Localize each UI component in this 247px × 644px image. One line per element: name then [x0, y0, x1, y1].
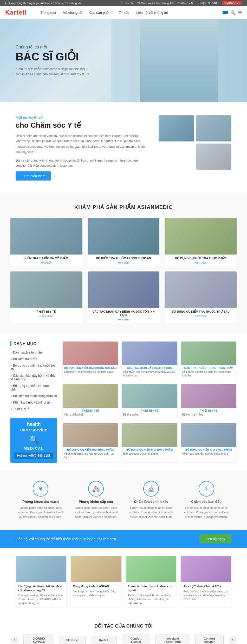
hero-subtitle: Chúng tôi có một — [16, 45, 94, 49]
header-icons: 🔍 ☰ — [223, 10, 242, 15]
partner-logo-6[interactable]: Comfort Sleeper — [195, 634, 224, 644]
health-banner-icon: 🔍 — [14, 435, 53, 444]
main-nav: Trang chủ Về chúng tôi Các sản phẩm Tin … — [37, 9, 223, 16]
health-banner-hotline: Hotline: +66(0)898 5188 — [14, 453, 53, 459]
partner-logo-3[interactable]: Kartell — [91, 636, 117, 644]
header: Kartell Trang chủ Về chúng tôi Các sản p… — [0, 6, 247, 19]
partner-prev-button[interactable]: ‹ — [10, 636, 18, 644]
nav-contact[interactable]: Liên hệ với chúng tôi — [133, 9, 171, 16]
products-section: KHÁM PHÁ SẢN PHẨM ASIANMEDIC KIỂM TRA TH… — [0, 194, 247, 333]
partner-logo-5[interactable]: copeland FURNITURE — [155, 634, 190, 644]
dm-card-img-1 — [63, 342, 118, 365]
news-card-3[interactable]: Thuốc trừ sâu trên sức khỏe con người Th… — [126, 556, 177, 608]
product-card[interactable]: BỘ KIỂM TRA THUỐC TRONG THỰC ĂN Xem thêm — [88, 218, 160, 266]
logo[interactable]: Kartell — [5, 9, 27, 16]
product-card[interactable]: BỘ DỤNG CỤ KIỂM TRA THỰC PHẨM Xem thêm — [165, 218, 237, 266]
product-img-6 — [165, 271, 237, 308]
service-icon-1: ♥ — [33, 481, 48, 497]
dm-card-label-2: CÁC TÁC NHÂN GÂY BỆNH VÀ ĐỘC — [122, 365, 177, 370]
health-banner: health care service 🔍 MEDiCAL Hotline: +… — [10, 418, 57, 462]
menu-item[interactable]: Bộ kiểm tra thuốc trong thức ăn — [10, 393, 57, 399]
products-grid: KIỂM TRA THUỐC VÀ MỸ PHẨM Xem thêm BỘ KI… — [10, 218, 237, 323]
cta-button[interactable]: Liên hệ ngay — [199, 534, 231, 543]
dm-card[interactable]: THIẾT BỊ Y TẾ Bộ hình hàm răng — [181, 384, 237, 420]
dm-card-label-5: THIẾT BỊ Y TẾ — [122, 408, 177, 413]
nav-about[interactable]: Về chúng tôi — [60, 9, 86, 16]
dm-card[interactable]: BỘ DỤNG CỤ KIỂM TRA THỰC PHẨM Vệ sinh đồ… — [62, 423, 118, 463]
danh-muc-sidebar: DANH MỤC Danh sách sản phẩm Bộ kiểm tra … — [10, 341, 57, 462]
product-card[interactable]: THIẾT BỊ Y TẾ 5 sản phẩm — [10, 271, 82, 323]
dm-card-desc-2: Sản phẩm mới trong lĩnh vực Bệnh lý và Đ… — [122, 370, 177, 380]
partner-logo-1[interactable]: GIORDIO KOVACS — [23, 634, 54, 644]
nav-products[interactable]: Các sản phẩm — [86, 9, 115, 16]
menu-item[interactable]: Bộ kiểm tra nước — [10, 356, 57, 362]
nav-news[interactable]: Tin tức — [115, 9, 133, 16]
lang-flag-icon[interactable] — [223, 11, 228, 14]
cham-soc-title: cho Chăm sóc Y tế — [16, 121, 148, 129]
product-label-5: CÁC TÁC NHÂN GÂY BỆNH VÀ ĐỘC TỐ SINH HỌC — [88, 308, 160, 318]
product-card[interactable]: BỘ DỤNG CỤ KIỂM TRA THUỐC TRỪ SÂU Xem th… — [165, 271, 237, 323]
product-card[interactable]: KIỂM TRA THUỐC VÀ MỸ PHẨM Xem thêm — [10, 218, 82, 266]
doctor-image — [140, 19, 218, 102]
top-bar: Gửi xây dựng thương hiệu của bạn và bảo … — [0, 0, 247, 6]
product-sub-3: Xem thêm — [165, 261, 237, 266]
address-link[interactable]: 📍 Địa chỉ — [120, 2, 134, 5]
dm-card-label-8: BỘ DỤNG CỤ KIỂM TRA THỰC PHẨM — [122, 447, 177, 452]
news-desc-2: Sau khi phần bởi vì cộng thành công, Kwe… — [71, 590, 121, 599]
menu-item[interactable]: Các tác nhân gây bệnh và độc tố sinh học — [10, 373, 57, 383]
dm-card[interactable]: THIẾT BỊ Y TẾ Bộ ống nghe — [121, 384, 177, 420]
hero-desc: Kiểm tra sức khỏe ullamcorpe suscipit lo… — [16, 67, 94, 77]
danh-muc-cards: BỘ DỤNG CỤ KIỂM TRA THUỐC TRỪ SÂU Sản ph… — [62, 341, 237, 462]
search-icon[interactable]: 🔍 — [230, 10, 236, 15]
danh-muc-section: DANH MỤC Danh sách sản phẩm Bộ kiểm tra … — [0, 333, 247, 470]
cta-banner: Liên hệ với chúng tôi để biết thêm thông… — [0, 530, 247, 548]
dm-card[interactable]: CÁC TÁC NHÂN GÂY BỆNH VÀ ĐỘC Sản phẩm mớ… — [121, 341, 177, 381]
learn-more-button[interactable]: + Tìm hiểu thêm — [16, 171, 51, 181]
news-card-2[interactable]: Cộng đồng kinh tế ASEAN... Sau khi phần … — [70, 556, 121, 608]
menu-item[interactable]: Kiểm tra thuốc và mỹ phẩm — [10, 399, 57, 406]
product-card[interactable]: CÁC TÁC NHÂN GÂY BỆNH VÀ ĐỘC TỐ SINH HỌC… — [88, 271, 160, 323]
service-title-2: Phòng khám cấp cứu — [71, 500, 121, 504]
dm-card-label-3: KIỂM TRA THUỐC TRONG THỰC PHẨM — [181, 365, 236, 370]
email-link[interactable]: ✉ Gửi Email Cho Chúng Tôi — [138, 2, 173, 5]
service-icon-2: 🚑 — [88, 481, 104, 497]
news-desc-1: Chúng tôi sử dụng Bộ xét nghiệm thuốc tr… — [16, 593, 66, 607]
dm-card-desc-7: Vệ sinh đồ uống tiếp xúc với thực phẩm v… — [63, 452, 118, 461]
dm-card[interactable]: THIẾT BỊ Y TẾ Vật tư phẫu thuật — [62, 384, 118, 420]
news-desc-3: Thuốc trừ sâu là gì? Thuốc trừ sâu là nh… — [126, 593, 176, 607]
product-sub-1: Xem thêm — [10, 261, 82, 266]
dm-card-img-7 — [63, 423, 118, 447]
service-icon-4: ⚕ — [199, 481, 214, 497]
dm-card-desc-4: Vật tư phẫu thuật — [63, 413, 118, 419]
product-sub-4: 5 sản phẩm — [10, 315, 82, 320]
news-img-3 — [126, 556, 176, 582]
news-card-1[interactable]: Tác động của thuốc trừ sâu đến sức khỏe … — [16, 556, 67, 608]
dm-card-desc-8: Hydroquinone trong mỹ phẩm — [122, 452, 177, 458]
dm-card[interactable]: BỘ DỤNG CỤ KIỂM TRA THỰC PHẨM Chăm sóc d… — [181, 423, 237, 463]
service-desc-3: Lorem ipsum dolor sit amet, cons ectetue… — [126, 506, 176, 519]
partner-logo-2[interactable]: Flexsteel — [60, 636, 86, 644]
dm-card[interactable]: BỘ DỤNG CỤ KIỂM TRA THUỐC TRỪ SÂU Sản ph… — [62, 341, 118, 381]
menu-item[interactable]: Thiết bị y tế — [10, 406, 57, 412]
dm-card-label-4: THIẾT BỊ Y TẾ — [63, 408, 118, 413]
service-card-1: ♥ Phòng khám tim mạch Lorem ipsum dolor … — [16, 481, 66, 519]
menu-item[interactable]: Bộ dụng cụ kiểm tra thuốc trừ sâu — [10, 362, 57, 373]
dm-card-img-3 — [181, 342, 236, 365]
hero-image — [111, 19, 247, 102]
dm-card-img-8 — [122, 423, 177, 447]
news-card-4[interactable]: Hội chợ Y khoa Châu Á 2017 Mang đến cho … — [180, 556, 231, 608]
product-img-3 — [165, 218, 237, 255]
dm-card-img-6 — [181, 384, 236, 408]
menu-item[interactable]: Bộ dụng cụ kiểm tra thực phẩm — [10, 383, 57, 393]
menu-icon[interactable]: ☰ — [238, 10, 242, 15]
menu-item[interactable]: Danh sách sản phẩm — [10, 349, 57, 356]
dm-card[interactable]: KIỂM TRA THUỐC TRONG THỰC PHẨM Sản phẩm … — [181, 341, 237, 381]
cta-text: Liên hệ với chúng tôi để biết thêm thông… — [16, 537, 116, 541]
health-banner-title: health care service — [14, 422, 53, 433]
dm-card-label-6: THIẾT BỊ Y TẾ — [181, 408, 236, 413]
dm-card[interactable]: BỘ DỤNG CỤ KIỂM TRA THỰC PHẨM Hydroquino… — [121, 423, 177, 463]
partner-logo-4[interactable]: Comfort Sleeper — [122, 634, 150, 644]
news-title-2: Cộng đồng kinh tế ASEAN... — [71, 582, 121, 589]
nav-home[interactable]: Trang chủ — [37, 9, 60, 16]
partner-next-button[interactable]: › — [229, 636, 237, 644]
